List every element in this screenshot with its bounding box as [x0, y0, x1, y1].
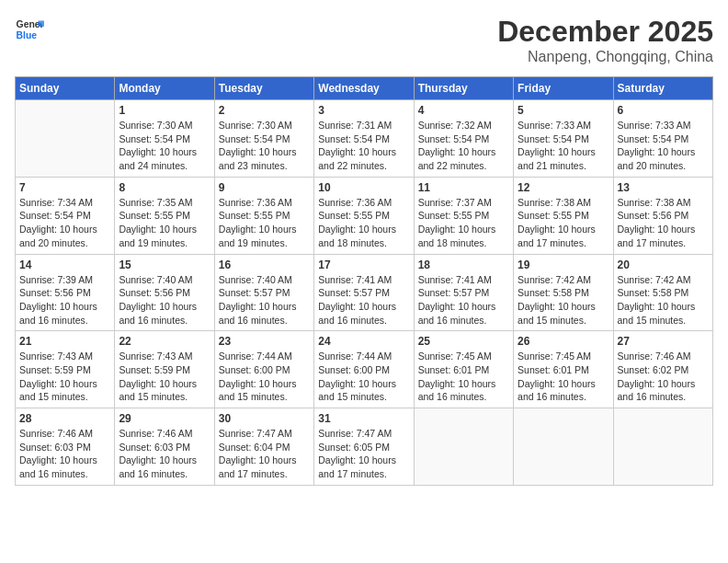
calendar-table: SundayMondayTuesdayWednesdayThursdayFrid…	[15, 76, 713, 486]
day-detail: Sunrise: 7:41 AM Sunset: 5:57 PM Dayligh…	[418, 273, 509, 327]
day-detail: Sunrise: 7:44 AM Sunset: 6:00 PM Dayligh…	[219, 350, 310, 404]
title-block: December 2025 Nanpeng, Chongqing, China	[497, 15, 713, 65]
day-number: 29	[119, 412, 210, 425]
day-number: 31	[318, 412, 409, 425]
calendar-cell: 21Sunrise: 7:43 AM Sunset: 5:59 PM Dayli…	[16, 331, 115, 408]
calendar-cell	[514, 408, 613, 486]
day-number: 8	[119, 181, 210, 194]
calendar-cell	[414, 408, 513, 486]
calendar-cell: 17Sunrise: 7:41 AM Sunset: 5:57 PM Dayli…	[314, 254, 414, 331]
calendar-cell: 26Sunrise: 7:45 AM Sunset: 6:01 PM Dayli…	[514, 331, 613, 408]
logo-icon: General Blue	[15, 15, 44, 44]
day-detail: Sunrise: 7:42 AM Sunset: 5:58 PM Dayligh…	[518, 273, 609, 327]
day-detail: Sunrise: 7:46 AM Sunset: 6:03 PM Dayligh…	[119, 427, 210, 481]
calendar-cell: 25Sunrise: 7:45 AM Sunset: 6:01 PM Dayli…	[414, 331, 513, 408]
calendar-dow-friday: Friday	[514, 77, 613, 100]
calendar-cell: 5Sunrise: 7:33 AM Sunset: 5:54 PM Daylig…	[514, 100, 613, 178]
calendar-cell: 31Sunrise: 7:47 AM Sunset: 6:05 PM Dayli…	[314, 408, 414, 486]
location: Nanpeng, Chongqing, China	[497, 49, 713, 65]
day-number: 14	[19, 259, 110, 271]
day-detail: Sunrise: 7:32 AM Sunset: 5:54 PM Dayligh…	[418, 119, 509, 173]
calendar-week-row: 28Sunrise: 7:46 AM Sunset: 6:03 PM Dayli…	[16, 408, 713, 486]
calendar-cell: 1Sunrise: 7:30 AM Sunset: 5:54 PM Daylig…	[115, 100, 214, 178]
day-detail: Sunrise: 7:36 AM Sunset: 5:55 PM Dayligh…	[219, 196, 310, 250]
calendar-cell: 12Sunrise: 7:38 AM Sunset: 5:55 PM Dayli…	[514, 177, 613, 254]
day-detail: Sunrise: 7:46 AM Sunset: 6:02 PM Dayligh…	[618, 350, 709, 404]
day-detail: Sunrise: 7:45 AM Sunset: 6:01 PM Dayligh…	[418, 350, 509, 404]
day-number: 19	[518, 259, 609, 271]
day-number: 18	[418, 259, 509, 271]
calendar-cell: 28Sunrise: 7:46 AM Sunset: 6:03 PM Dayli…	[16, 408, 115, 486]
day-number: 1	[119, 104, 210, 117]
day-detail: Sunrise: 7:38 AM Sunset: 5:56 PM Dayligh…	[618, 196, 709, 250]
calendar-cell: 8Sunrise: 7:35 AM Sunset: 5:55 PM Daylig…	[115, 177, 214, 254]
day-detail: Sunrise: 7:33 AM Sunset: 5:54 PM Dayligh…	[518, 119, 609, 173]
logo: General Blue	[15, 15, 44, 44]
calendar-dow-tuesday: Tuesday	[214, 77, 313, 100]
calendar-cell: 27Sunrise: 7:46 AM Sunset: 6:02 PM Dayli…	[613, 331, 712, 408]
day-detail: Sunrise: 7:44 AM Sunset: 6:00 PM Dayligh…	[318, 350, 409, 404]
day-number: 17	[318, 259, 409, 271]
day-detail: Sunrise: 7:42 AM Sunset: 5:58 PM Dayligh…	[618, 273, 709, 327]
day-number: 20	[618, 259, 709, 271]
calendar-dow-wednesday: Wednesday	[314, 77, 414, 100]
calendar-cell: 19Sunrise: 7:42 AM Sunset: 5:58 PM Dayli…	[514, 254, 613, 331]
calendar-cell: 29Sunrise: 7:46 AM Sunset: 6:03 PM Dayli…	[115, 408, 214, 486]
calendar-cell	[613, 408, 712, 486]
day-number: 13	[618, 181, 709, 194]
day-detail: Sunrise: 7:31 AM Sunset: 5:54 PM Dayligh…	[318, 119, 409, 173]
day-detail: Sunrise: 7:39 AM Sunset: 5:56 PM Dayligh…	[19, 273, 110, 327]
day-number: 2	[219, 104, 310, 117]
calendar-cell: 6Sunrise: 7:33 AM Sunset: 5:54 PM Daylig…	[613, 100, 712, 178]
day-detail: Sunrise: 7:47 AM Sunset: 6:05 PM Dayligh…	[318, 427, 409, 481]
month-title: December 2025	[497, 15, 713, 49]
calendar-cell: 16Sunrise: 7:40 AM Sunset: 5:57 PM Dayli…	[214, 254, 313, 331]
calendar-cell: 15Sunrise: 7:40 AM Sunset: 5:56 PM Dayli…	[115, 254, 214, 331]
calendar-cell: 18Sunrise: 7:41 AM Sunset: 5:57 PM Dayli…	[414, 254, 513, 331]
day-number: 9	[219, 181, 310, 194]
day-detail: Sunrise: 7:34 AM Sunset: 5:54 PM Dayligh…	[19, 196, 110, 250]
day-detail: Sunrise: 7:41 AM Sunset: 5:57 PM Dayligh…	[318, 273, 409, 327]
day-detail: Sunrise: 7:36 AM Sunset: 5:55 PM Dayligh…	[318, 196, 409, 250]
day-number: 28	[19, 412, 110, 425]
calendar-header-row: SundayMondayTuesdayWednesdayThursdayFrid…	[16, 77, 713, 100]
day-number: 23	[219, 335, 310, 348]
day-number: 12	[518, 181, 609, 194]
day-number: 11	[418, 181, 509, 194]
day-number: 4	[418, 104, 509, 117]
calendar-cell: 24Sunrise: 7:44 AM Sunset: 6:00 PM Dayli…	[314, 331, 414, 408]
calendar-week-row: 14Sunrise: 7:39 AM Sunset: 5:56 PM Dayli…	[16, 254, 713, 331]
day-number: 26	[518, 335, 609, 348]
day-detail: Sunrise: 7:45 AM Sunset: 6:01 PM Dayligh…	[518, 350, 609, 404]
calendar-cell: 2Sunrise: 7:30 AM Sunset: 5:54 PM Daylig…	[214, 100, 313, 178]
day-detail: Sunrise: 7:43 AM Sunset: 5:59 PM Dayligh…	[119, 350, 210, 404]
calendar-cell: 7Sunrise: 7:34 AM Sunset: 5:54 PM Daylig…	[16, 177, 115, 254]
calendar-cell: 30Sunrise: 7:47 AM Sunset: 6:04 PM Dayli…	[214, 408, 313, 486]
day-number: 24	[318, 335, 409, 348]
day-detail: Sunrise: 7:30 AM Sunset: 5:54 PM Dayligh…	[219, 119, 310, 173]
day-number: 16	[219, 259, 310, 271]
calendar-cell	[16, 100, 115, 178]
day-number: 30	[219, 412, 310, 425]
day-detail: Sunrise: 7:38 AM Sunset: 5:55 PM Dayligh…	[518, 196, 609, 250]
calendar-cell: 23Sunrise: 7:44 AM Sunset: 6:00 PM Dayli…	[214, 331, 313, 408]
day-number: 6	[618, 104, 709, 117]
calendar-cell: 3Sunrise: 7:31 AM Sunset: 5:54 PM Daylig…	[314, 100, 414, 178]
day-detail: Sunrise: 7:40 AM Sunset: 5:56 PM Dayligh…	[119, 273, 210, 327]
svg-text:Blue: Blue	[17, 30, 38, 40]
page-header: General Blue December 2025 Nanpeng, Chon…	[15, 15, 713, 65]
day-number: 3	[318, 104, 409, 117]
day-detail: Sunrise: 7:37 AM Sunset: 5:55 PM Dayligh…	[418, 196, 509, 250]
day-number: 15	[119, 259, 210, 271]
day-detail: Sunrise: 7:47 AM Sunset: 6:04 PM Dayligh…	[219, 427, 310, 481]
day-number: 21	[19, 335, 110, 348]
calendar-cell: 20Sunrise: 7:42 AM Sunset: 5:58 PM Dayli…	[613, 254, 712, 331]
calendar-cell: 9Sunrise: 7:36 AM Sunset: 5:55 PM Daylig…	[214, 177, 313, 254]
day-detail: Sunrise: 7:40 AM Sunset: 5:57 PM Dayligh…	[219, 273, 310, 327]
calendar-dow-monday: Monday	[115, 77, 214, 100]
day-detail: Sunrise: 7:30 AM Sunset: 5:54 PM Dayligh…	[119, 119, 210, 173]
calendar-cell: 22Sunrise: 7:43 AM Sunset: 5:59 PM Dayli…	[115, 331, 214, 408]
day-number: 25	[418, 335, 509, 348]
calendar-week-row: 7Sunrise: 7:34 AM Sunset: 5:54 PM Daylig…	[16, 177, 713, 254]
day-detail: Sunrise: 7:46 AM Sunset: 6:03 PM Dayligh…	[19, 427, 110, 481]
